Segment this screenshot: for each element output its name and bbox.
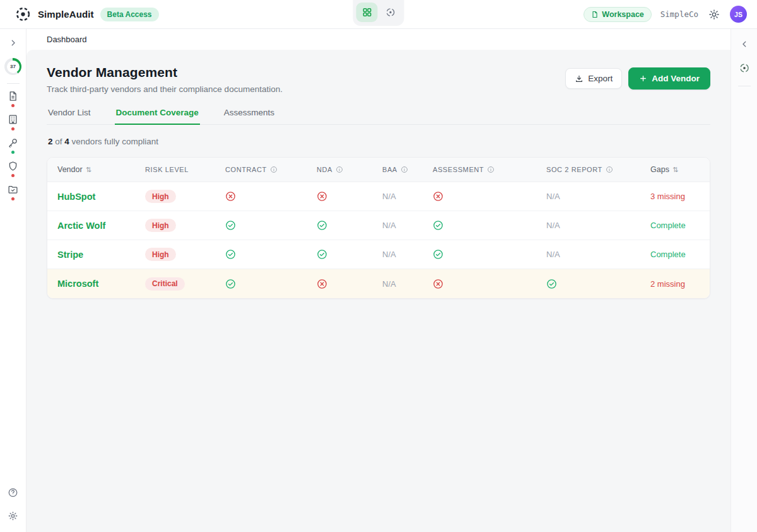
theme-toggle-sun-icon[interactable] [707,8,721,21]
app-name: SimpleAudit [38,9,94,20]
settings-gear-icon[interactable] [6,509,20,523]
sidebar-item-organization[interactable] [8,114,18,130]
export-button[interactable]: Export [565,68,622,89]
vendor-coverage-table: Vendor ⇅ RISK LEVEL CONTRACT NDA [47,157,710,299]
doc-status-check-icon [317,220,327,231]
risk-level-badge: High [145,219,176,232]
gaps-status: Complete [650,250,686,259]
summary-of: of [55,137,62,146]
column-header-vendor[interactable]: Vendor ⇅ [47,165,135,174]
topbar: SimpleAudit Beta Access Workspace Simple… [0,0,757,29]
column-header-baa: BAA [372,166,423,173]
status-dot [11,197,15,200]
vendor-name[interactable]: HubSpot [57,192,95,202]
divider [738,86,751,86]
column-header-soc2-report: SOC 2 REPORT [536,166,640,173]
download-icon [575,74,584,83]
summary-suffix: vendors fully compliant [72,137,158,146]
app-window: SimpleAudit Beta Access Workspace Simple… [0,0,757,532]
status-dot [11,104,15,107]
info-icon[interactable] [487,166,495,173]
vendor-name[interactable]: Arctic Wolf [57,221,105,231]
export-label: Export [588,74,613,83]
doc-status-x-icon [317,191,327,202]
column-header-risk-level: RISK LEVEL [135,166,215,173]
page-title: Vendor Management [47,65,283,80]
doc-status-na: N/A [382,221,396,230]
info-icon[interactable] [270,166,278,173]
doc-status-na: N/A [382,250,396,259]
sidebar-item-documents[interactable] [8,91,18,107]
sort-icon: ⇅ [86,166,91,174]
app-logo-icon[interactable] [14,6,32,23]
plus-icon [639,74,647,83]
doc-status-x-icon [433,191,443,202]
vendor-name[interactable]: Microsoft [57,279,98,289]
key-icon [8,137,18,148]
doc-status-na: N/A [382,279,396,289]
breadcrumb-bar: Dashboard [26,29,731,50]
beta-access-badge: Beta Access [100,8,159,21]
risk-level-badge: Critical [145,277,185,291]
risk-level-badge: High [145,248,176,261]
gaps-status: 3 missing [650,192,685,201]
table-row[interactable]: StripeHighN/AN/AComplete [47,240,710,269]
status-dot [11,151,15,154]
sidebar-item-vendor-files[interactable] [8,184,18,200]
sort-icon: ⇅ [672,166,678,174]
info-icon[interactable] [606,166,613,173]
add-vendor-button[interactable]: Add Vendor [628,67,710,90]
scan-view-icon[interactable] [380,3,401,22]
tab-document-coverage[interactable]: Document Coverage [115,108,200,124]
gaps-status: 2 missing [650,279,685,289]
status-dot [11,174,15,177]
sidebar-expand-chevron-icon[interactable] [7,37,20,49]
info-icon[interactable] [401,166,408,173]
doc-status-check-icon [546,279,557,289]
compliant-count: 2 [48,137,53,146]
page-subtitle: Track third-party vendors and their comp… [47,84,283,94]
help-icon[interactable] [6,485,20,500]
building-icon [8,114,18,125]
right-sidebar [731,29,757,532]
divider [7,83,20,84]
user-avatar[interactable]: JS [730,6,747,23]
doc-status-x-icon [433,279,443,289]
panel-collapse-chevron-icon[interactable] [738,38,751,50]
main-area: Dashboard Vendor Management Track third-… [26,29,731,532]
column-header-contract: CONTRACT [215,166,307,173]
gaps-status: Complete [650,221,686,230]
file-icon [591,11,599,18]
grid-view-icon[interactable] [356,3,378,22]
info-icon[interactable] [336,166,343,173]
table-body: HubSpotHighN/AN/A3 missingArctic WolfHig… [47,182,710,298]
table-row[interactable]: MicrosoftCriticalN/A2 missing [47,269,710,298]
workspace-badge[interactable]: Workspace [584,7,651,22]
workspace-label: Workspace [602,10,643,19]
doc-status-na: N/A [382,192,396,201]
folder-check-icon [8,184,18,195]
total-count: 4 [64,137,69,146]
content-area: Vendor Management Track third-party vend… [26,50,731,532]
add-vendor-label: Add Vendor [652,74,700,83]
view-switcher [353,0,404,26]
compliance-summary: 2 of 4 vendors fully compliant [48,137,710,146]
sidebar-item-security[interactable] [8,161,18,177]
doc-status-na: N/A [546,250,560,259]
breadcrumb[interactable]: Dashboard [47,35,87,44]
vendor-name[interactable]: Stripe [57,250,83,260]
table-row[interactable]: HubSpotHighN/AN/A3 missing [47,182,710,211]
status-dot [11,127,15,130]
table-row[interactable]: Arctic WolfHighN/AN/AComplete [47,211,710,240]
tab-assessments[interactable]: Assessments [223,108,276,124]
sidebar-item-access-keys[interactable] [8,137,18,154]
doc-status-check-icon [225,249,236,260]
scan-target-icon[interactable] [737,61,752,76]
doc-status-check-icon [317,249,327,260]
column-header-gaps[interactable]: Gaps ⇅ [640,165,710,174]
doc-status-check-icon [225,220,236,231]
compliance-progress-ring[interactable]: 37 [4,58,21,75]
column-header-nda: NDA [307,166,372,173]
document-icon [8,91,18,101]
tab-vendor-list[interactable]: Vendor List [47,108,92,124]
